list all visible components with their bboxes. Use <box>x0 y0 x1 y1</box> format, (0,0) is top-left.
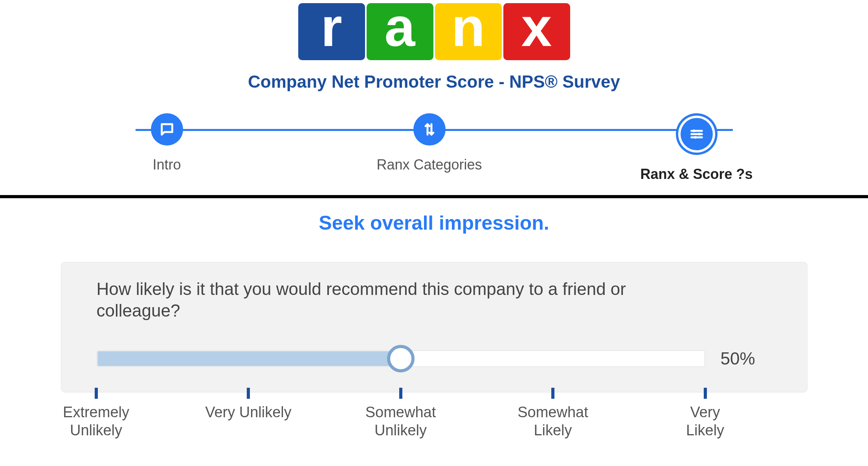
scale-label: Somewhat Unlikely <box>365 403 436 439</box>
arrows-icon <box>422 122 437 137</box>
scale-tick <box>704 388 707 399</box>
logo-tile-a: a <box>367 3 433 60</box>
logo: r a n x <box>0 0 868 60</box>
step-score[interactable]: Ranx & Score ?s <box>645 113 749 182</box>
progress-steps: Intro Ranx Categories <box>120 113 749 182</box>
step-score-label: Ranx & Score ?s <box>640 166 752 182</box>
survey-page: r a n x Company Net Promoter Score - NPS… <box>0 0 868 466</box>
step-categories-circle <box>413 113 446 146</box>
scale-ticks <box>96 388 705 400</box>
scale-label: Extremely Unlikely <box>63 403 129 439</box>
sliders-icon <box>689 126 705 142</box>
scale-label: Very Likely <box>686 403 724 439</box>
section-divider <box>0 195 868 198</box>
logo-letter-n: n <box>451 0 485 55</box>
scale-tick <box>95 388 98 399</box>
step-intro-circle <box>151 113 183 146</box>
section-heading: Seek overall impression. <box>0 212 868 234</box>
svg-point-2 <box>694 136 697 139</box>
slider-track-fill <box>97 351 401 366</box>
scale-tick <box>247 388 250 399</box>
logo-letter-x: x <box>521 0 552 55</box>
chat-icon <box>159 122 175 137</box>
step-categories-label: Ranx Categories <box>376 157 482 173</box>
scale-tick <box>399 388 402 399</box>
question-card: How likely is it that you would recommen… <box>61 262 807 392</box>
scale-wrap: Extremely UnlikelyVery UnlikelySomewhat … <box>61 388 807 400</box>
svg-point-1 <box>698 133 701 136</box>
logo-tile-r: r <box>298 3 365 60</box>
slider-row: 50% <box>97 349 772 368</box>
step-intro[interactable]: Intro <box>120 113 214 182</box>
progress-steps-row: Intro Ranx Categories <box>120 113 749 182</box>
survey-title: Company Net Promoter Score - NPS® Survey <box>0 72 868 92</box>
logo-tile-x: x <box>503 3 570 60</box>
svg-point-0 <box>693 129 696 132</box>
step-categories[interactable]: Ranx Categories <box>382 113 477 182</box>
likelihood-slider[interactable] <box>97 349 705 368</box>
question-card-wrap: How likely is it that you would recommen… <box>61 262 807 392</box>
logo-tile-n: n <box>435 3 502 60</box>
slider-value: 50% <box>721 349 772 368</box>
logo-letter-r: r <box>321 0 342 55</box>
scale-label: Somewhat Likely <box>517 403 588 439</box>
slider-thumb[interactable] <box>387 345 415 372</box>
scale-label: Very Unlikely <box>205 403 292 422</box>
step-intro-label: Intro <box>152 157 181 173</box>
logo-letter-a: a <box>385 0 415 55</box>
step-score-circle <box>681 118 713 150</box>
scale-tick <box>551 388 554 399</box>
question-text: How likely is it that you would recommen… <box>97 278 686 321</box>
